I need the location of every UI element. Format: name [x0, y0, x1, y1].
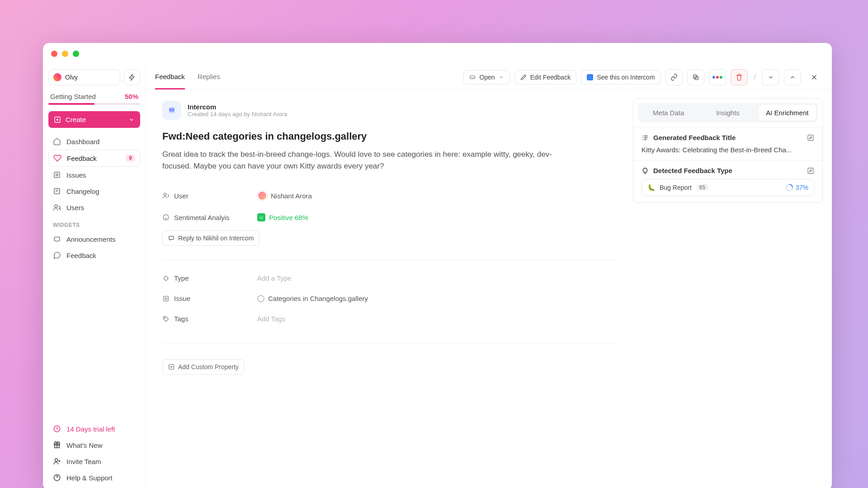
close-panel-button[interactable] [806, 69, 823, 85]
sidebar-item-dashboard[interactable]: Dashboard [48, 133, 140, 150]
svg-point-2 [56, 174, 58, 176]
x-icon [810, 73, 818, 81]
getting-started[interactable]: Getting Started 50% [48, 93, 140, 100]
sidebar: Olvy Getting Started 50% Create Dashboar… [43, 65, 146, 488]
type-pct: 37% [796, 184, 808, 191]
link-button[interactable] [665, 69, 683, 85]
gift-icon [53, 441, 61, 449]
sidebar-item-label: Feedback [66, 252, 96, 259]
svg-point-19 [165, 298, 167, 300]
status-dropdown[interactable]: Open [463, 70, 509, 84]
copy-button[interactable] [687, 69, 704, 85]
help-support-link[interactable]: Help & Support [48, 469, 140, 486]
type-field-label: Type [174, 274, 189, 282]
trial-status[interactable]: 14 Days trial left [48, 421, 140, 437]
maximize-icon[interactable] [73, 51, 79, 57]
user-field-value[interactable]: Nishant Arora [257, 191, 312, 201]
tags-field-input[interactable]: Add Tags [257, 315, 285, 323]
svg-point-9 [55, 459, 58, 461]
tags-field-label: Tags [174, 315, 189, 323]
edit-type-button[interactable] [807, 167, 814, 174]
status-label: Open [479, 74, 495, 81]
svg-point-4 [55, 205, 57, 207]
issue-field-value[interactable]: Categories in Changelogs.gallery [257, 295, 368, 302]
edit-label: Edit Feedback [530, 74, 571, 81]
sentiment-icon [162, 214, 170, 221]
workspace-switcher[interactable]: Olvy [48, 69, 120, 85]
svg-rect-1 [54, 172, 60, 178]
tag-icon [162, 275, 170, 282]
sidebar-item-label: Changelog [66, 188, 99, 195]
sentiment-text: Positive 68% [269, 214, 308, 221]
quick-action-button[interactable] [124, 69, 140, 85]
issue-status-icon [257, 295, 264, 302]
ai-tab-metadata[interactable]: Meta Data [640, 105, 697, 121]
help-label: Help & Support [66, 474, 113, 482]
divider [162, 343, 617, 343]
integrations-button[interactable] [709, 69, 726, 85]
ai-panel: Meta Data Insights AI Enrichment Generat… [633, 90, 832, 488]
ai-tab-enrichment[interactable]: AI Enrichment [759, 105, 816, 121]
type-field-input[interactable]: Add a Type [257, 274, 292, 282]
chat-icon [53, 251, 61, 259]
tags-icon [162, 315, 170, 323]
expand-button[interactable] [784, 69, 801, 85]
divider [162, 259, 617, 260]
pencil-square-icon [807, 167, 814, 174]
type-name: Bug Report [660, 184, 692, 191]
collapse-button[interactable] [762, 69, 779, 85]
separator: / [752, 73, 758, 81]
sidebar-item-announcements[interactable]: Announcements [48, 231, 140, 247]
svg-rect-17 [169, 236, 174, 239]
sidebar-item-label: Feedback [67, 155, 97, 162]
edit-title-button[interactable] [807, 134, 814, 141]
sidebar-item-issues[interactable]: Issues [48, 167, 140, 183]
message-icon [168, 235, 175, 241]
chevron-up-icon [789, 74, 796, 80]
tab-feedback[interactable]: Feedback [155, 65, 185, 89]
gen-title-label: Generated Feedback Title [653, 134, 736, 141]
lightbulb-icon [642, 167, 649, 174]
brand-name: Olvy [65, 74, 78, 81]
sidebar-item-users[interactable]: Users [48, 199, 140, 216]
svg-rect-22 [808, 135, 813, 141]
progress-ring-icon [784, 183, 795, 193]
invite-team-link[interactable]: Invite Team [48, 453, 140, 469]
heart-icon [53, 154, 61, 162]
svg-rect-23 [808, 168, 813, 174]
getting-started-pct: 50% [125, 93, 138, 100]
close-icon[interactable] [51, 51, 57, 57]
sidebar-item-feedback[interactable]: Feedback 9 [48, 150, 140, 167]
open-intercom-button[interactable]: See this on Intercom [581, 70, 660, 84]
type-count: 65 [696, 184, 708, 191]
tab-replies[interactable]: Replies [198, 65, 220, 89]
sidebar-item-feedback-widget[interactable]: Feedback [48, 247, 140, 263]
minimize-icon[interactable] [62, 51, 68, 57]
whats-new-label: What's New [66, 441, 103, 449]
detected-type-label: Detected Feedback Type [653, 167, 732, 174]
feedback-body: Great idea to track the best-in-breed ch… [162, 149, 578, 172]
app-window: Olvy Getting Started 50% Create Dashboar… [43, 43, 832, 488]
widgets-section-label: WIDGETS [48, 216, 140, 231]
plus-square-icon [168, 364, 175, 370]
sentiment-field-label: Sentimetal Analyis [174, 214, 230, 221]
ai-tab-insights[interactable]: Insights [699, 105, 756, 121]
chevron-down-icon [128, 117, 135, 123]
plus-square-icon [54, 116, 61, 123]
invite-label: Invite Team [66, 458, 101, 465]
whats-new-link[interactable]: What's New [48, 437, 140, 453]
feedback-type-chip[interactable]: 🐛 Bug Report 65 37% [642, 179, 814, 196]
reply-button[interactable]: Reply to Nikhil on Intercom [162, 230, 259, 246]
create-button[interactable]: Create [48, 111, 140, 128]
delete-button[interactable] [731, 69, 748, 85]
generated-title: Kitty Awards: Celebrating the Best-in-Br… [642, 146, 814, 154]
created-meta: Created 14 days ago by Nishant Arora [188, 111, 287, 117]
intercom-icon [587, 74, 593, 80]
add-property-button[interactable]: Add Custom Property [162, 359, 245, 375]
trial-label: 14 Days trial left [66, 425, 115, 433]
feedback-title: Fwd:Need categories in changelogs.galler… [162, 131, 617, 142]
copy-icon [692, 74, 699, 81]
edit-feedback-button[interactable]: Edit Feedback [514, 70, 577, 84]
sidebar-item-changelog[interactable]: Changelog [48, 183, 140, 199]
source-icon [162, 101, 181, 120]
